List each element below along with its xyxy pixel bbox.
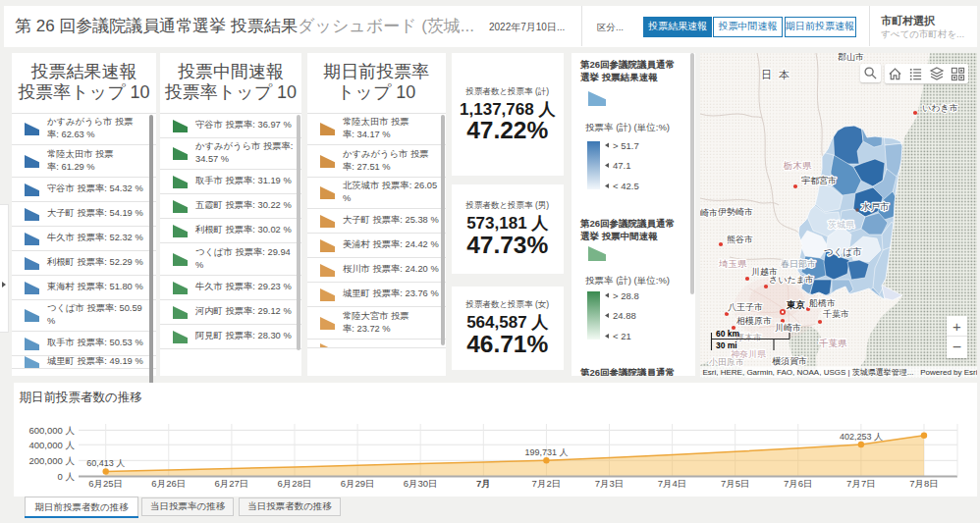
svg-text:7月8日: 7月8日	[909, 478, 939, 489]
svg-text:7月3日: 7月3日	[595, 478, 625, 489]
svg-text:> 51.7: > 51.7	[613, 141, 639, 151]
svg-text:日 本: 日 本	[761, 69, 791, 80]
svg-text:横須賀市: 横須賀市	[772, 356, 807, 366]
svg-text:199,731 人: 199,731 人	[524, 447, 568, 457]
svg-text:24.88: 24.88	[613, 310, 636, 321]
svg-text:60 km: 60 km	[716, 329, 740, 339]
svg-text:6月25日: 6月25日	[88, 478, 123, 489]
svg-text:0 人: 0 人	[58, 471, 76, 482]
svg-text:< 42.5: < 42.5	[613, 181, 639, 191]
svg-text:さいたま市: さいたま市	[769, 275, 814, 285]
svg-text:郡山市: 郡山市	[838, 53, 864, 62]
svg-text:茨城県: 茨城県	[828, 220, 854, 230]
svg-text:船橋市: 船橋市	[809, 298, 836, 308]
svg-text:春日部市: 春日部市	[781, 259, 816, 269]
svg-text:埼玉県: 埼玉県	[718, 258, 747, 269]
svg-text:7月6日: 7月6日	[784, 478, 813, 489]
svg-text:6月30日: 6月30日	[404, 478, 438, 489]
svg-text:6月26日: 6月26日	[151, 478, 186, 489]
svg-text:熊谷市: 熊谷市	[727, 235, 753, 244]
svg-text:6月29日: 6月29日	[341, 478, 375, 489]
svg-text:いわき市: いわき市	[922, 103, 958, 113]
svg-text:Esri, HERE, Garmin, FAO, NOAA,: Esri, HERE, Garmin, FAO, NOAA, USGS | 茨城…	[703, 366, 914, 376]
svg-text:7月4日: 7月4日	[658, 478, 687, 489]
svg-text:つくば市: つくば市	[824, 246, 862, 257]
svg-text:7月: 7月	[476, 478, 491, 489]
svg-text:600,000 人: 600,000 人	[29, 425, 76, 436]
svg-text:八王子市: 八王子市	[728, 302, 763, 312]
svg-text:400,000 人: 400,000 人	[29, 440, 76, 450]
svg-text:7月5日: 7月5日	[721, 478, 750, 489]
svg-text:神奈川県: 神奈川県	[731, 349, 766, 359]
svg-text:30 mi: 30 mi	[716, 340, 737, 350]
svg-text:200,000 人: 200,000 人	[29, 455, 76, 466]
svg-text:< 21: < 21	[613, 331, 631, 341]
svg-text:川崎市: 川崎市	[775, 323, 801, 333]
svg-text:千葉県: 千葉県	[819, 338, 847, 348]
svg-text:千葉市: 千葉市	[823, 309, 849, 319]
svg-text:水戸市: 水戸市	[860, 201, 890, 212]
svg-text:60,413 人: 60,413 人	[86, 458, 125, 468]
svg-text:東京: 東京	[786, 299, 806, 310]
svg-text:栃木県: 栃木県	[783, 160, 812, 171]
svg-text:47.1: 47.1	[613, 160, 631, 171]
svg-text:7月2日: 7月2日	[532, 478, 562, 489]
svg-text:402,253 人: 402,253 人	[840, 432, 883, 442]
svg-text:Powered by Esri: Powered by Esri	[920, 367, 977, 376]
svg-text:6月28日: 6月28日	[278, 478, 312, 489]
svg-text:> 28.8: > 28.8	[613, 291, 639, 301]
svg-text:7月7日: 7月7日	[846, 478, 876, 489]
svg-text:宇都宮市: 宇都宮市	[801, 176, 837, 185]
svg-text:6月27日: 6月27日	[214, 478, 248, 489]
svg-text:崎市: 崎市	[700, 208, 718, 218]
svg-text:伊勢崎市: 伊勢崎市	[718, 207, 753, 217]
svg-text:相模原市: 相模原市	[736, 316, 772, 326]
